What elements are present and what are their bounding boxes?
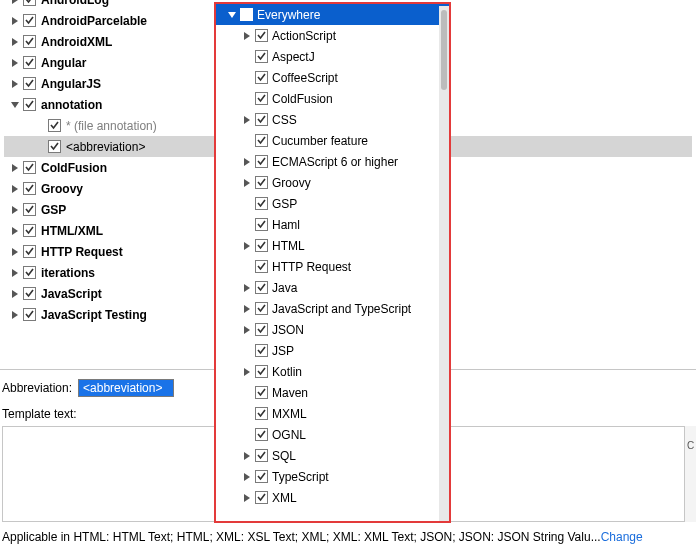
chevron-right-icon[interactable] [241, 30, 253, 42]
popup-row[interactable]: GSP [216, 193, 449, 214]
chevron-right-icon[interactable] [9, 225, 21, 237]
checkbox[interactable] [255, 449, 268, 462]
chevron-right-icon[interactable] [9, 309, 21, 321]
popup-row[interactable]: Kotlin [216, 361, 449, 382]
checkbox[interactable] [48, 119, 61, 132]
checkbox[interactable] [23, 203, 36, 216]
checkbox[interactable] [255, 470, 268, 483]
popup-row[interactable]: ColdFusion [216, 88, 449, 109]
checkbox[interactable] [48, 140, 61, 153]
checkbox[interactable] [255, 344, 268, 357]
checkbox[interactable] [23, 308, 36, 321]
popup-row[interactable]: CoffeeScript [216, 67, 449, 88]
checkbox[interactable] [255, 239, 268, 252]
checkbox[interactable] [23, 287, 36, 300]
checkbox[interactable] [255, 155, 268, 168]
checkbox[interactable] [23, 14, 36, 27]
popup-row[interactable]: Java [216, 277, 449, 298]
checkbox[interactable] [255, 281, 268, 294]
checkbox[interactable] [255, 386, 268, 399]
checkbox[interactable] [255, 491, 268, 504]
checkbox[interactable] [23, 245, 36, 258]
checkbox[interactable] [255, 176, 268, 189]
popup-row[interactable]: AspectJ [216, 46, 449, 67]
chevron-right-icon[interactable] [241, 303, 253, 315]
chevron-right-icon[interactable] [9, 0, 21, 6]
checkbox[interactable] [23, 77, 36, 90]
checkbox[interactable] [255, 71, 268, 84]
checkbox[interactable] [23, 161, 36, 174]
popup-row[interactable]: XML [216, 487, 449, 508]
tree-item-label: JavaScript [38, 287, 102, 301]
abbreviation-input[interactable]: <abbreviation> [78, 379, 174, 397]
change-link[interactable]: Change [601, 530, 643, 544]
popup-row[interactable]: ECMAScript 6 or higher [216, 151, 449, 172]
checkbox[interactable] [255, 134, 268, 147]
checkbox[interactable] [255, 218, 268, 231]
chevron-right-icon[interactable] [241, 114, 253, 126]
checkbox[interactable] [23, 266, 36, 279]
checkbox[interactable] [255, 407, 268, 420]
checkbox[interactable] [255, 29, 268, 42]
chevron-right-icon[interactable] [9, 183, 21, 195]
chevron-right-icon[interactable] [9, 246, 21, 258]
popup-scrollbar[interactable] [439, 6, 449, 523]
popup-row[interactable]: JSP [216, 340, 449, 361]
checkbox[interactable] [255, 197, 268, 210]
popup-row[interactable]: ActionScript [216, 25, 449, 46]
chevron-right-icon[interactable] [241, 240, 253, 252]
checkbox[interactable] [23, 56, 36, 69]
popup-row[interactable]: OGNL [216, 424, 449, 445]
chevron-right-icon[interactable] [241, 471, 253, 483]
popup-scrollbar-thumb[interactable] [441, 10, 447, 90]
checkbox[interactable] [23, 0, 36, 6]
chevron-down-icon[interactable] [9, 99, 21, 111]
popup-row[interactable]: JSON [216, 319, 449, 340]
popup-row[interactable]: Cucumber feature [216, 130, 449, 151]
chevron-right-icon[interactable] [241, 450, 253, 462]
checkbox[interactable] [255, 50, 268, 63]
checkbox[interactable] [255, 365, 268, 378]
chevron-right-icon[interactable] [241, 324, 253, 336]
popup-row[interactable]: CSS [216, 109, 449, 130]
checkbox[interactable] [23, 224, 36, 237]
checkbox[interactable] [255, 260, 268, 273]
chevron-right-icon[interactable] [9, 288, 21, 300]
popup-row[interactable]: MXML [216, 403, 449, 424]
popup-row[interactable]: SQL [216, 445, 449, 466]
right-toolbar-strip[interactable]: C [684, 426, 696, 522]
chevron-right-icon[interactable] [241, 492, 253, 504]
chevron-right-icon[interactable] [9, 78, 21, 90]
popup-item-label: JavaScript and TypeScript [270, 302, 411, 316]
popup-row[interactable]: HTTP Request [216, 256, 449, 277]
popup-item-label: JSP [270, 344, 294, 358]
checkbox[interactable] [255, 302, 268, 315]
chevron-right-icon[interactable] [9, 15, 21, 27]
chevron-right-icon[interactable] [9, 204, 21, 216]
popup-row[interactable]: Haml [216, 214, 449, 235]
popup-row[interactable]: JavaScript and TypeScript [216, 298, 449, 319]
chevron-right-icon[interactable] [9, 36, 21, 48]
chevron-right-icon[interactable] [241, 366, 253, 378]
contexts-popup-list[interactable]: EverywhereActionScriptAspectJCoffeeScrip… [216, 4, 449, 521]
checkbox[interactable] [255, 428, 268, 441]
checkbox[interactable] [240, 8, 253, 21]
checkbox[interactable] [23, 35, 36, 48]
checkbox[interactable] [23, 98, 36, 111]
chevron-right-icon[interactable] [9, 57, 21, 69]
checkbox[interactable] [255, 92, 268, 105]
chevron-right-icon[interactable] [241, 156, 253, 168]
chevron-right-icon[interactable] [9, 162, 21, 174]
checkbox[interactable] [255, 323, 268, 336]
popup-header-row[interactable]: Everywhere [216, 4, 449, 25]
chevron-right-icon[interactable] [241, 282, 253, 294]
chevron-right-icon[interactable] [9, 267, 21, 279]
chevron-down-icon[interactable] [226, 9, 238, 21]
popup-row[interactable]: Groovy [216, 172, 449, 193]
checkbox[interactable] [255, 113, 268, 126]
popup-row[interactable]: HTML [216, 235, 449, 256]
checkbox[interactable] [23, 182, 36, 195]
chevron-right-icon[interactable] [241, 177, 253, 189]
popup-row[interactable]: Maven [216, 382, 449, 403]
popup-row[interactable]: TypeScript [216, 466, 449, 487]
